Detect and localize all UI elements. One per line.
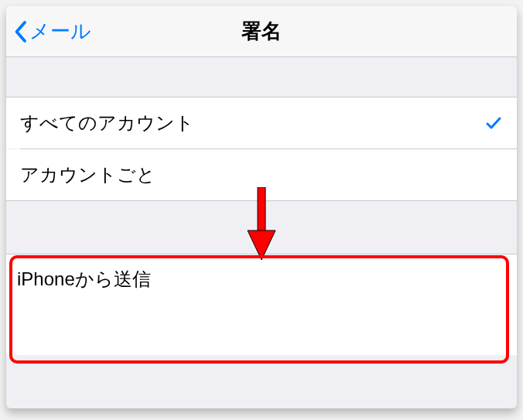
chevron-left-icon: [12, 20, 28, 43]
back-button[interactable]: メール: [6, 18, 91, 45]
settings-screen: メール 署名 すべてのアカウント アカウントごと iPhoneから送信: [6, 6, 517, 408]
option-all-accounts[interactable]: すべてのアカウント: [6, 97, 517, 149]
page-title: 署名: [241, 18, 282, 45]
signature-text: iPhoneから送信: [17, 268, 151, 289]
option-label: アカウントごと: [20, 162, 156, 187]
section-spacer: [6, 200, 517, 254]
option-label: すべてのアカウント: [20, 111, 194, 135]
option-per-account[interactable]: アカウントごと: [6, 149, 517, 200]
navigation-bar: メール 署名: [6, 6, 517, 57]
section-spacer: [6, 57, 517, 97]
back-label: メール: [29, 18, 91, 45]
signature-text-field[interactable]: iPhoneから送信: [6, 254, 517, 355]
checkmark-icon: [484, 114, 503, 132]
